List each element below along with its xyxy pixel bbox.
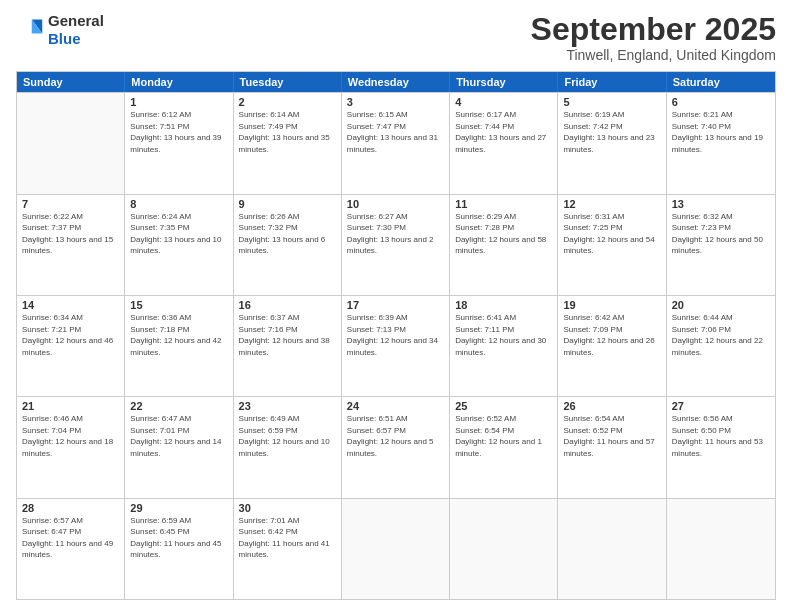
day-info: Sunrise: 6:42 AMSunset: 7:09 PMDaylight:… xyxy=(563,312,660,358)
calendar-cell: 13Sunrise: 6:32 AMSunset: 7:23 PMDayligh… xyxy=(667,195,775,295)
logo: General Blue xyxy=(16,12,104,48)
day-number: 2 xyxy=(239,96,336,108)
day-number: 11 xyxy=(455,198,552,210)
day-info: Sunrise: 6:56 AMSunset: 6:50 PMDaylight:… xyxy=(672,413,770,459)
day-info: Sunrise: 7:01 AMSunset: 6:42 PMDaylight:… xyxy=(239,515,336,561)
calendar-cell: 19Sunrise: 6:42 AMSunset: 7:09 PMDayligh… xyxy=(558,296,666,396)
day-number: 9 xyxy=(239,198,336,210)
calendar-cell xyxy=(450,499,558,599)
day-info: Sunrise: 6:19 AMSunset: 7:42 PMDaylight:… xyxy=(563,109,660,155)
day-number: 8 xyxy=(130,198,227,210)
day-number: 20 xyxy=(672,299,770,311)
day-info: Sunrise: 6:14 AMSunset: 7:49 PMDaylight:… xyxy=(239,109,336,155)
calendar-cell: 12Sunrise: 6:31 AMSunset: 7:25 PMDayligh… xyxy=(558,195,666,295)
calendar-row: 14Sunrise: 6:34 AMSunset: 7:21 PMDayligh… xyxy=(17,295,775,396)
day-info: Sunrise: 6:17 AMSunset: 7:44 PMDaylight:… xyxy=(455,109,552,155)
calendar-row: 28Sunrise: 6:57 AMSunset: 6:47 PMDayligh… xyxy=(17,498,775,599)
header-cell-sunday: Sunday xyxy=(17,72,125,92)
day-number: 5 xyxy=(563,96,660,108)
header-cell-tuesday: Tuesday xyxy=(234,72,342,92)
day-number: 27 xyxy=(672,400,770,412)
calendar-row: 1Sunrise: 6:12 AMSunset: 7:51 PMDaylight… xyxy=(17,92,775,193)
day-info: Sunrise: 6:24 AMSunset: 7:35 PMDaylight:… xyxy=(130,211,227,257)
calendar-header: SundayMondayTuesdayWednesdayThursdayFrid… xyxy=(17,72,775,92)
header-cell-wednesday: Wednesday xyxy=(342,72,450,92)
day-number: 25 xyxy=(455,400,552,412)
location: Tinwell, England, United Kingdom xyxy=(531,47,776,63)
day-info: Sunrise: 6:49 AMSunset: 6:59 PMDaylight:… xyxy=(239,413,336,459)
day-number: 17 xyxy=(347,299,444,311)
calendar-cell: 3Sunrise: 6:15 AMSunset: 7:47 PMDaylight… xyxy=(342,93,450,193)
day-info: Sunrise: 6:34 AMSunset: 7:21 PMDaylight:… xyxy=(22,312,119,358)
day-info: Sunrise: 6:39 AMSunset: 7:13 PMDaylight:… xyxy=(347,312,444,358)
calendar-cell: 23Sunrise: 6:49 AMSunset: 6:59 PMDayligh… xyxy=(234,397,342,497)
day-number: 16 xyxy=(239,299,336,311)
day-number: 1 xyxy=(130,96,227,108)
header-cell-friday: Friday xyxy=(558,72,666,92)
day-number: 26 xyxy=(563,400,660,412)
calendar-cell: 30Sunrise: 7:01 AMSunset: 6:42 PMDayligh… xyxy=(234,499,342,599)
day-number: 3 xyxy=(347,96,444,108)
day-info: Sunrise: 6:32 AMSunset: 7:23 PMDaylight:… xyxy=(672,211,770,257)
calendar: SundayMondayTuesdayWednesdayThursdayFrid… xyxy=(16,71,776,600)
header-cell-saturday: Saturday xyxy=(667,72,775,92)
day-info: Sunrise: 6:52 AMSunset: 6:54 PMDaylight:… xyxy=(455,413,552,459)
day-number: 6 xyxy=(672,96,770,108)
day-info: Sunrise: 6:27 AMSunset: 7:30 PMDaylight:… xyxy=(347,211,444,257)
header-cell-thursday: Thursday xyxy=(450,72,558,92)
calendar-cell: 25Sunrise: 6:52 AMSunset: 6:54 PMDayligh… xyxy=(450,397,558,497)
day-number: 22 xyxy=(130,400,227,412)
calendar-cell: 9Sunrise: 6:26 AMSunset: 7:32 PMDaylight… xyxy=(234,195,342,295)
page: General Blue September 2025 Tinwell, Eng… xyxy=(0,0,792,612)
day-info: Sunrise: 6:44 AMSunset: 7:06 PMDaylight:… xyxy=(672,312,770,358)
title-block: September 2025 Tinwell, England, United … xyxy=(531,12,776,63)
day-number: 30 xyxy=(239,502,336,514)
calendar-cell: 10Sunrise: 6:27 AMSunset: 7:30 PMDayligh… xyxy=(342,195,450,295)
calendar-cell: 27Sunrise: 6:56 AMSunset: 6:50 PMDayligh… xyxy=(667,397,775,497)
calendar-body: 1Sunrise: 6:12 AMSunset: 7:51 PMDaylight… xyxy=(17,92,775,599)
day-number: 21 xyxy=(22,400,119,412)
logo-text: General Blue xyxy=(48,12,104,48)
calendar-cell: 16Sunrise: 6:37 AMSunset: 7:16 PMDayligh… xyxy=(234,296,342,396)
month-title: September 2025 xyxy=(531,12,776,47)
calendar-cell: 24Sunrise: 6:51 AMSunset: 6:57 PMDayligh… xyxy=(342,397,450,497)
calendar-cell: 11Sunrise: 6:29 AMSunset: 7:28 PMDayligh… xyxy=(450,195,558,295)
calendar-cell xyxy=(558,499,666,599)
logo-icon xyxy=(16,16,44,44)
calendar-cell xyxy=(17,93,125,193)
day-info: Sunrise: 6:12 AMSunset: 7:51 PMDaylight:… xyxy=(130,109,227,155)
calendar-cell: 28Sunrise: 6:57 AMSunset: 6:47 PMDayligh… xyxy=(17,499,125,599)
calendar-row: 21Sunrise: 6:46 AMSunset: 7:04 PMDayligh… xyxy=(17,396,775,497)
calendar-cell: 1Sunrise: 6:12 AMSunset: 7:51 PMDaylight… xyxy=(125,93,233,193)
calendar-cell: 5Sunrise: 6:19 AMSunset: 7:42 PMDaylight… xyxy=(558,93,666,193)
calendar-cell: 22Sunrise: 6:47 AMSunset: 7:01 PMDayligh… xyxy=(125,397,233,497)
day-number: 4 xyxy=(455,96,552,108)
day-number: 14 xyxy=(22,299,119,311)
day-info: Sunrise: 6:29 AMSunset: 7:28 PMDaylight:… xyxy=(455,211,552,257)
day-number: 19 xyxy=(563,299,660,311)
day-number: 13 xyxy=(672,198,770,210)
day-number: 23 xyxy=(239,400,336,412)
day-number: 28 xyxy=(22,502,119,514)
day-info: Sunrise: 6:47 AMSunset: 7:01 PMDaylight:… xyxy=(130,413,227,459)
calendar-row: 7Sunrise: 6:22 AMSunset: 7:37 PMDaylight… xyxy=(17,194,775,295)
calendar-cell xyxy=(342,499,450,599)
calendar-cell: 20Sunrise: 6:44 AMSunset: 7:06 PMDayligh… xyxy=(667,296,775,396)
day-info: Sunrise: 6:26 AMSunset: 7:32 PMDaylight:… xyxy=(239,211,336,257)
calendar-cell: 7Sunrise: 6:22 AMSunset: 7:37 PMDaylight… xyxy=(17,195,125,295)
day-number: 10 xyxy=(347,198,444,210)
day-info: Sunrise: 6:54 AMSunset: 6:52 PMDaylight:… xyxy=(563,413,660,459)
calendar-cell: 4Sunrise: 6:17 AMSunset: 7:44 PMDaylight… xyxy=(450,93,558,193)
calendar-cell: 17Sunrise: 6:39 AMSunset: 7:13 PMDayligh… xyxy=(342,296,450,396)
calendar-cell: 2Sunrise: 6:14 AMSunset: 7:49 PMDaylight… xyxy=(234,93,342,193)
calendar-cell: 29Sunrise: 6:59 AMSunset: 6:45 PMDayligh… xyxy=(125,499,233,599)
calendar-cell: 15Sunrise: 6:36 AMSunset: 7:18 PMDayligh… xyxy=(125,296,233,396)
calendar-cell: 14Sunrise: 6:34 AMSunset: 7:21 PMDayligh… xyxy=(17,296,125,396)
day-info: Sunrise: 6:57 AMSunset: 6:47 PMDaylight:… xyxy=(22,515,119,561)
day-number: 7 xyxy=(22,198,119,210)
day-info: Sunrise: 6:36 AMSunset: 7:18 PMDaylight:… xyxy=(130,312,227,358)
day-number: 29 xyxy=(130,502,227,514)
day-info: Sunrise: 6:59 AMSunset: 6:45 PMDaylight:… xyxy=(130,515,227,561)
day-number: 18 xyxy=(455,299,552,311)
day-number: 15 xyxy=(130,299,227,311)
